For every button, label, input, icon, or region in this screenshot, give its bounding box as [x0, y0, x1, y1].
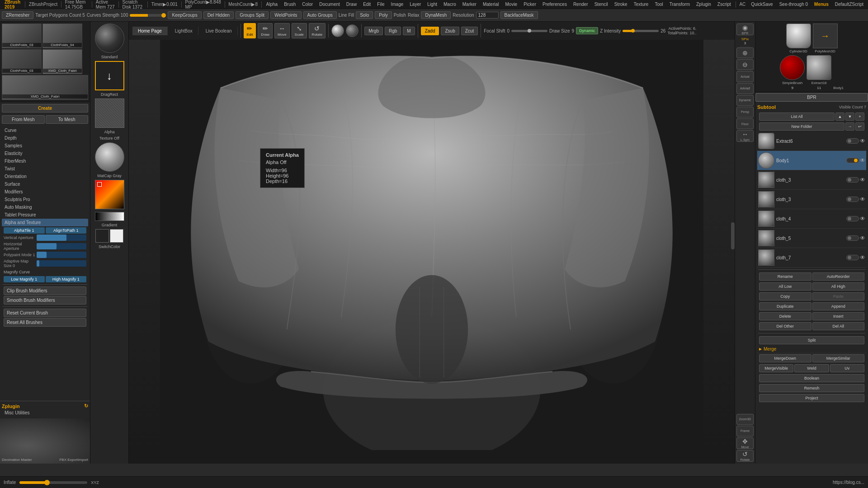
menu-depth[interactable]: Depth [2, 134, 88, 142]
rtool-actual[interactable]: Actual [736, 71, 754, 82]
subtool-cloth4[interactable]: cloth_4 👁 [757, 209, 866, 229]
eye-cloth3[interactable]: 👁 [860, 177, 865, 183]
brush-thumb-4[interactable]: XMD_Cloth_Fabri [2, 75, 88, 100]
zplugin-refresh-icon[interactable]: ↻ [84, 403, 88, 409]
brush-thumb-0[interactable]: ClothFolds_03 [2, 23, 42, 48]
low-magnify-label[interactable]: Low Magnify 1 [4, 276, 45, 282]
eye-extract6[interactable]: 👁 [860, 138, 865, 144]
backface-mask-btn[interactable]: BackfaceMask [500, 11, 538, 19]
zsub-btn[interactable]: Zsub [441, 27, 459, 35]
zremesher-btn[interactable]: ZRemesher [2, 11, 33, 19]
menu-tablet-pressure[interactable]: Tablet Pressure [2, 211, 88, 219]
from-mesh-btn[interactable]: From Mesh [2, 115, 45, 124]
menus-btn[interactable]: Menus [811, 1, 831, 7]
copy-btn[interactable]: Copy [759, 292, 811, 300]
uv-btn[interactable]: Uv [830, 364, 864, 372]
tool-rotate[interactable]: ↺ Rotate [309, 23, 326, 38]
dynamesh-btn[interactable]: DynaMesh [421, 11, 451, 19]
rtool-frame[interactable]: Frame [736, 426, 754, 436]
del-hidden-btn[interactable]: Del Hidden [203, 11, 234, 19]
tab-lightbox[interactable]: LightBox [170, 27, 198, 35]
subtool-body1[interactable]: Body1 👁 [757, 151, 866, 170]
menu-stroke[interactable]: Stroke [612, 1, 630, 7]
folder-btn1[interactable]: → [845, 122, 854, 131]
brush-thumb-2[interactable]: ClothFolds_03 [2, 49, 42, 74]
subtool-cloth3b[interactable]: cloth_3 👁 [757, 190, 866, 209]
menu-brush[interactable]: Brush [281, 1, 298, 7]
mrgb-btn[interactable]: Mrgb [364, 27, 383, 35]
bpr-render-btn[interactable]: BPR [755, 93, 868, 102]
polymesh3d-preview[interactable]: → [813, 23, 838, 48]
subtool-add-btn[interactable]: + [855, 113, 864, 121]
remesh-btn[interactable]: Create [2, 104, 88, 113]
subtool-cloth3[interactable]: cloth_3 👁 [757, 170, 866, 190]
del-all-btn[interactable]: Del All [812, 322, 865, 330]
project-btn[interactable]: Project [759, 394, 864, 402]
menu-tool[interactable]: Tool [652, 1, 665, 7]
vertical-aperture-slider[interactable] [37, 235, 86, 241]
zplugin-header[interactable]: Zplugin ↻ [2, 403, 88, 409]
menu-edit[interactable]: Edit [360, 1, 373, 7]
toggle-cloth4[interactable] [846, 216, 859, 221]
matcap-preview[interactable] [95, 142, 124, 172]
merge-section-header[interactable]: ▶ Merge [757, 345, 866, 353]
eye-cloth4[interactable]: 👁 [860, 216, 865, 222]
menu-zplugin[interactable]: Zplugin [693, 1, 714, 7]
polypaint-mode-slider[interactable] [37, 252, 86, 258]
adaptive-map-slider[interactable] [37, 260, 86, 267]
list-all-btn[interactable]: List All [759, 113, 835, 121]
brush-strength-slider[interactable] [19, 481, 87, 484]
color-picker[interactable] [95, 180, 124, 209]
all-high-btn[interactable]: All High [812, 282, 865, 291]
align-to-path-label[interactable]: AlignToPath 1 [46, 227, 87, 234]
eye-cloth3b[interactable]: 👁 [860, 196, 865, 202]
menu-fibermesh[interactable]: FiberMesh [2, 157, 88, 165]
menu-samples[interactable]: Samples [2, 142, 88, 150]
rtool-lsym[interactable]: ↔ L.Sym [736, 130, 754, 142]
dynamic-btn[interactable]: Dynamic [576, 27, 598, 34]
tool-move[interactable]: ↔ Move [274, 23, 290, 38]
misc-utilities-item[interactable]: Misc Utilities [2, 409, 88, 417]
delete-btn[interactable]: Delete [759, 312, 811, 320]
menu-zscript[interactable]: Zscript [715, 1, 734, 7]
menu-marker[interactable]: Marker [460, 1, 479, 7]
remesh-subtool-btn[interactable]: Remesh [759, 384, 864, 392]
sw-color-dark[interactable] [95, 229, 109, 243]
duplicate-btn[interactable]: Duplicate [759, 302, 811, 310]
toggle-cloth7[interactable] [846, 255, 859, 260]
tool-draw[interactable]: ✏ Draw [258, 23, 273, 38]
menu-layer[interactable]: Layer [407, 1, 424, 7]
menu-material[interactable]: Material [480, 1, 502, 7]
subtool-cloth5[interactable]: cloth_5 👁 [757, 229, 866, 248]
brush-thumb-1[interactable]: ClothFolds_04 [42, 23, 82, 48]
subtool-down-btn[interactable]: ▼ [845, 113, 854, 121]
menu-document[interactable]: Document [316, 1, 343, 7]
menu-alpha[interactable]: Alpha [264, 1, 281, 7]
rtool-rotate-3d[interactable]: ↺ Rotate [736, 450, 754, 462]
canvas-area[interactable]: Home Page LightBox Live Boolean ✏ Edit ✏… [129, 22, 735, 464]
extract18-preview[interactable] [807, 55, 831, 80]
menu-picker[interactable]: Picker [521, 1, 539, 7]
menu-stencil[interactable]: Stencil [592, 1, 611, 7]
sw-color-light[interactable] [110, 229, 123, 243]
rtool-bpr[interactable]: ◉ BPR [736, 23, 754, 35]
rtool-move-3d[interactable]: ✥ Move [736, 437, 754, 449]
folder-btn2[interactable]: ↩ [855, 122, 864, 131]
boolean-btn[interactable]: Boolean [759, 374, 864, 382]
weld-btn[interactable]: Weld [794, 364, 829, 372]
zcut-btn[interactable]: Zcut [461, 27, 478, 35]
menu-file[interactable]: File [374, 1, 387, 7]
menu-orientation[interactable]: Orientation [2, 173, 88, 180]
menu-curve[interactable]: Curve [2, 127, 88, 134]
merge-down-btn[interactable]: MergeDown [759, 354, 811, 362]
curves-strength-slider[interactable] [130, 14, 166, 17]
rtool-persp[interactable]: Persp [736, 107, 754, 117]
solo-btn[interactable]: Solo [356, 11, 373, 19]
focal-shift-slider[interactable] [511, 30, 547, 32]
menu-surface[interactable]: Surface [2, 180, 88, 188]
menu-movie[interactable]: Movie [502, 1, 520, 7]
menu-draw[interactable]: Draw [344, 1, 359, 7]
rename-btn[interactable]: Rename [759, 272, 811, 281]
reset-all-brushes-btn[interactable]: Reset All Brushes [4, 318, 86, 327]
material-ball-2[interactable] [346, 24, 359, 37]
